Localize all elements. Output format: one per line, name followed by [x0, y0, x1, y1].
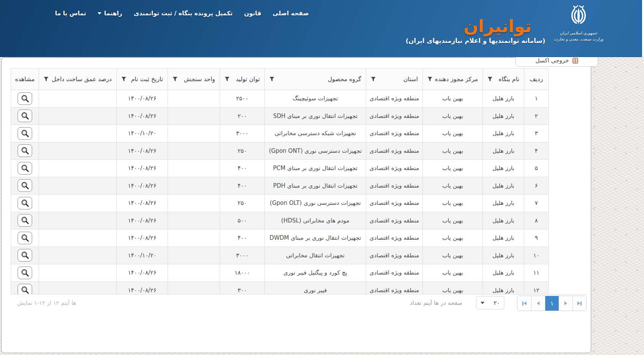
excel-export-label: خروجی اکسل	[535, 58, 569, 64]
filter-icon[interactable]	[121, 77, 126, 82]
cell-unit	[168, 229, 220, 247]
top-banner: صفحه اصلیقانونتکمیل پرونده بنگاه / ثبت ت…	[0, 0, 642, 57]
column-label: مشاهده	[15, 76, 34, 83]
cell-row: ۴	[524, 142, 549, 160]
view-button[interactable]	[18, 267, 32, 279]
column-label: نام بنگاه	[499, 76, 519, 83]
magnifier-icon	[21, 199, 29, 208]
filter-icon[interactable]	[225, 77, 230, 82]
view-button[interactable]	[18, 197, 32, 209]
magnifier-icon	[21, 164, 29, 173]
view-button[interactable]	[18, 92, 32, 105]
filter-icon[interactable]	[487, 77, 492, 82]
cell-reg_date: ۱۴۰۰/۰۸/۲۶	[117, 212, 168, 229]
column-label: ردیف	[530, 76, 543, 83]
nav-item-label: تکمیل پرونده بنگاه / ثبت توانمندی	[134, 10, 233, 17]
cell-view	[11, 264, 39, 282]
cell-unit	[168, 177, 220, 195]
nav-item-3[interactable]: راهنما	[92, 8, 128, 18]
cell-reg_date: ۱۴۰۰/۱۰/۲۰	[117, 247, 168, 264]
column-header-2[interactable]: مرکز مجوز دهنده	[423, 69, 483, 90]
cell-capacity: ۴۰۰	[220, 177, 265, 195]
cell-capacity: ۳۰۰۰	[220, 247, 265, 264]
cell-product_group: تجهیزات انتقال مخابراتی	[265, 247, 366, 264]
view-button[interactable]	[18, 179, 32, 192]
cell-depth_percent	[39, 281, 117, 294]
nav-item-label: صفحه اصلی	[273, 10, 309, 17]
column-header-7[interactable]: تاریخ ثبت نام	[117, 69, 168, 90]
view-button[interactable]	[18, 110, 32, 122]
cell-province: منطقه ویژه اقتصادی	[366, 212, 423, 229]
filter-icon[interactable]	[427, 77, 432, 82]
view-button[interactable]	[18, 249, 32, 262]
cell-depth_percent	[39, 177, 117, 195]
table-row-8: ۸بارز هلیلبهین یابمنطقه ویژه اقتصادیمودم…	[11, 212, 549, 229]
cell-view	[11, 195, 39, 212]
cell-license_center: بهین یاب	[423, 125, 483, 142]
cell-reg_date: ۱۴۰۰/۰۸/۲۶	[117, 160, 168, 177]
column-header-4[interactable]: گروه محصول	[265, 69, 366, 90]
cell-unit	[168, 125, 220, 142]
column-header-9[interactable]: مشاهده	[11, 69, 39, 90]
cell-row: ۶	[524, 177, 549, 195]
cell-product_group: مودم های مخابراتی (HDSL)	[265, 212, 366, 229]
chevron-down-icon	[98, 12, 101, 16]
excel-icon	[572, 58, 578, 64]
cell-depth_percent	[39, 195, 117, 212]
table-row-1: ۱بارز هلیلبهین یابمنطقه ویژه اقتصادیتجهی…	[11, 90, 549, 108]
pager-first-button[interactable]	[517, 296, 531, 311]
view-button[interactable]	[18, 162, 32, 175]
grid-header-row: ردیفنام بنگاهمرکز مجوز دهندهاستانگروه مح…	[11, 69, 549, 90]
page-size-value: ۲۰	[494, 299, 500, 306]
cell-company: بارز هلیل	[483, 264, 524, 282]
cell-company: بارز هلیل	[483, 229, 524, 247]
column-header-5[interactable]: توان تولید	[220, 69, 265, 90]
filter-icon[interactable]	[44, 77, 49, 82]
gov-line-1: جمهوری اسلامی ایران	[554, 30, 603, 36]
view-button[interactable]	[18, 214, 32, 227]
cell-reg_date: ۱۴۰۰/۰۸/۲۶	[117, 107, 168, 125]
column-header-6[interactable]: واحد سنجش	[168, 69, 220, 90]
pager-next-button[interactable]	[559, 296, 572, 311]
column-header-3[interactable]: استان	[366, 69, 423, 90]
table-row-10: ۱۰بارز هلیلبهین یابمنطقه ویژه اقتصادیتجه…	[11, 247, 549, 264]
cell-province: منطقه ویژه اقتصادی	[366, 160, 423, 177]
magnifier-icon	[21, 94, 29, 103]
nav-item-1[interactable]: قانون	[238, 8, 267, 18]
view-button[interactable]	[18, 284, 32, 294]
filter-icon[interactable]	[269, 77, 274, 82]
filter-icon[interactable]	[371, 77, 376, 82]
filter-icon[interactable]	[173, 77, 178, 82]
cell-reg_date: ۱۴۰۰/۰۸/۲۶	[117, 281, 168, 294]
pager-last-button[interactable]	[572, 296, 586, 311]
cell-unit	[168, 90, 220, 108]
table-row-3: ۳بارز هلیلبهین یابمنطقه ویژه اقتصادیتجهی…	[11, 125, 549, 142]
nav-item-4[interactable]: تماس با ما	[49, 8, 92, 18]
view-button[interactable]	[18, 144, 32, 157]
cell-view	[11, 107, 39, 125]
pager-page-1-button[interactable]: ۱	[545, 296, 559, 311]
view-button[interactable]	[18, 127, 32, 140]
nav-item-0[interactable]: صفحه اصلی	[267, 8, 315, 18]
cell-unit	[168, 107, 220, 125]
column-header-0[interactable]: ردیف	[524, 69, 549, 90]
cell-capacity: ۲۵۰	[220, 142, 265, 160]
cell-company: بارز هلیل	[483, 177, 524, 195]
column-header-1[interactable]: نام بنگاه	[483, 69, 524, 90]
column-header-8[interactable]: درصد عمق ساخت داخل	[39, 69, 117, 90]
view-button[interactable]	[18, 232, 32, 244]
banner-edge-sliver	[642, 0, 644, 57]
page-size-select[interactable]: ۲۰	[476, 296, 504, 309]
tavaniran-capabilities-page: { "header": { "nav_items": [ {"label": "…	[0, 0, 644, 355]
column-label: واحد سنجش	[184, 76, 215, 83]
nav-item-2[interactable]: تکمیل پرونده بنگاه / ثبت توانمندی	[128, 8, 238, 18]
cell-company: بارز هلیل	[483, 247, 524, 264]
cell-row: ۳	[524, 125, 549, 142]
cell-company: بارز هلیل	[483, 195, 524, 212]
grid-wrap: ردیفنام بنگاهمرکز مجوز دهندهاستانگروه مح…	[11, 68, 549, 294]
cell-company: بارز هلیل	[483, 142, 524, 160]
magnifier-icon	[21, 251, 29, 260]
pager-prev-button[interactable]	[531, 296, 545, 311]
cell-row: ۵	[524, 160, 549, 177]
cell-depth_percent	[39, 264, 117, 282]
